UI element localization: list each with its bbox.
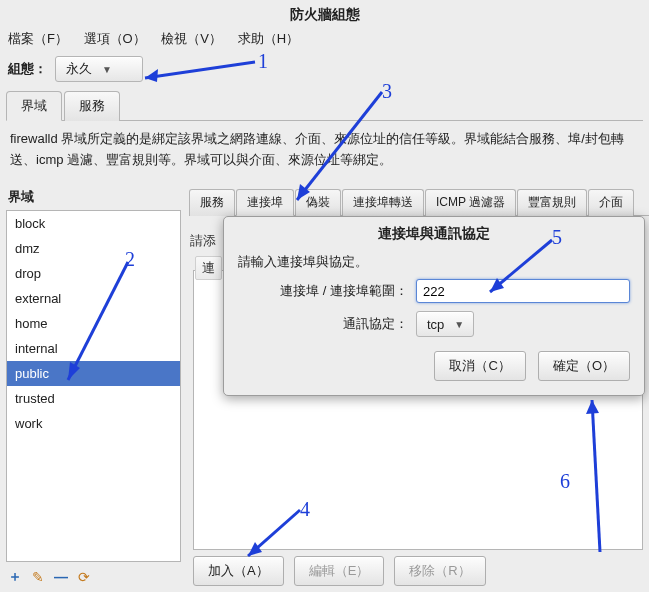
- zone-item-dmz[interactable]: dmz: [7, 236, 180, 261]
- rtab-ports[interactable]: 連接埠: [236, 189, 294, 216]
- right-tabbar: 服務 連接埠 偽裝 連接埠轉送 ICMP 過濾器 豐富規則 介面: [189, 188, 649, 216]
- window-title: 防火牆組態: [0, 0, 649, 26]
- ok-button[interactable]: 確定（O）: [538, 351, 630, 381]
- protocol-label: 通訊協定：: [238, 315, 416, 333]
- rtab-iface[interactable]: 介面: [588, 189, 634, 216]
- zone-item-drop[interactable]: drop: [7, 261, 180, 286]
- menu-view[interactable]: 檢視（V）: [161, 31, 222, 46]
- chevron-down-icon: ▼: [102, 64, 112, 75]
- chevron-down-icon: ▼: [454, 319, 464, 330]
- ports-column-partial: 連: [195, 256, 222, 280]
- menu-file[interactable]: 檔案（F）: [8, 31, 68, 46]
- menu-options[interactable]: 選項（O）: [84, 31, 146, 46]
- rtab-services[interactable]: 服務: [189, 189, 235, 216]
- config-value: 永久: [66, 60, 92, 78]
- zone-edit-icon[interactable]: ✎: [32, 569, 44, 585]
- annotation-3: 3: [382, 80, 392, 103]
- tab-zones[interactable]: 界域: [6, 91, 62, 121]
- menu-help[interactable]: 求助（H）: [238, 31, 299, 46]
- protocol-value: tcp: [427, 317, 444, 332]
- ports-hint-partial: 請添: [190, 232, 216, 250]
- port-input[interactable]: [416, 279, 630, 303]
- zone-list[interactable]: blockdmzdropexternalhomeinternalpublictr…: [6, 210, 181, 562]
- port-label: 連接埠 / 連接埠範圍：: [238, 282, 416, 300]
- zone-item-public[interactable]: public: [7, 361, 180, 386]
- annotation-1: 1: [258, 50, 268, 73]
- zone-item-trusted[interactable]: trusted: [7, 386, 180, 411]
- menubar: 檔案（F） 選項（O） 檢視（V） 求助（H）: [0, 26, 649, 52]
- zone-item-home[interactable]: home: [7, 311, 180, 336]
- config-combo[interactable]: 永久 ▼: [55, 56, 143, 82]
- zone-description: firewalld 界域所定義的是綁定該界域之網路連線、介面、來源位址的信任等級…: [0, 121, 649, 177]
- add-button[interactable]: 加入（A）: [193, 556, 284, 586]
- outer-tabbar: 界域 服務: [6, 90, 643, 121]
- dialog-prompt: 請輸入連接埠與協定。: [238, 253, 630, 271]
- remove-button[interactable]: 移除（R）: [394, 556, 485, 586]
- annotation-5: 5: [552, 226, 562, 249]
- port-dialog: 連接埠與通訊協定 請輸入連接埠與協定。 連接埠 / 連接埠範圍： 通訊協定： t…: [223, 216, 645, 396]
- cancel-button[interactable]: 取消（C）: [434, 351, 525, 381]
- rtab-rich[interactable]: 豐富規則: [517, 189, 587, 216]
- zone-remove-icon[interactable]: —: [54, 569, 68, 585]
- zone-item-internal[interactable]: internal: [7, 336, 180, 361]
- tab-services[interactable]: 服務: [64, 91, 120, 121]
- zone-item-external[interactable]: external: [7, 286, 180, 311]
- rtab-forward[interactable]: 連接埠轉送: [342, 189, 424, 216]
- rtab-masq[interactable]: 偽裝: [295, 189, 341, 216]
- zone-item-block[interactable]: block: [7, 211, 180, 236]
- annotation-6: 6: [560, 470, 570, 493]
- zone-add-icon[interactable]: ＋: [8, 568, 22, 586]
- protocol-combo[interactable]: tcp ▼: [416, 311, 474, 337]
- dialog-title: 連接埠與通訊協定: [224, 217, 644, 247]
- annotation-4: 4: [300, 498, 310, 521]
- zone-reload-icon[interactable]: ⟳: [78, 569, 90, 585]
- annotation-2: 2: [125, 248, 135, 271]
- config-label: 組態：: [8, 60, 47, 78]
- rtab-icmp[interactable]: ICMP 過濾器: [425, 189, 516, 216]
- zone-item-work[interactable]: work: [7, 411, 180, 436]
- edit-button[interactable]: 編輯（E）: [294, 556, 385, 586]
- zones-header: 界域: [8, 188, 181, 206]
